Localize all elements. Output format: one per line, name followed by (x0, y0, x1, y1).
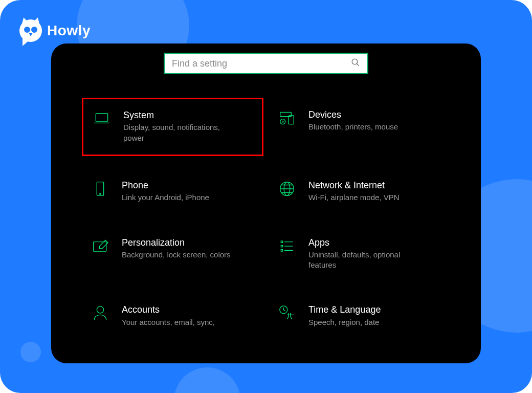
svg-rect-13 (281, 245, 282, 247)
search-icon (351, 58, 360, 69)
tile-title: Network & Internet (308, 180, 400, 191)
person-icon (90, 303, 110, 323)
tile-title: Devices (308, 109, 398, 121)
settings-tile-phone[interactable]: Phone Link your Android, iPhone (82, 174, 263, 207)
svg-rect-12 (281, 241, 282, 243)
settings-tile-apps[interactable]: Apps Uninstall, defaults, optional featu… (269, 232, 450, 275)
globe-icon (277, 179, 297, 199)
time-lang-icon (277, 303, 297, 323)
svg-point-0 (352, 59, 358, 64)
bg-blob (174, 367, 240, 393)
list-icon (277, 236, 297, 256)
settings-tile-network[interactable]: Network & Internet Wi-Fi, airplane mode,… (269, 174, 450, 207)
tile-title: Personalization (122, 237, 231, 249)
settings-grid: System Display, sound, notifications, po… (82, 74, 450, 332)
tile-title: System (123, 110, 241, 121)
tile-desc: Uninstall, defaults, optional features (308, 250, 426, 271)
phone-icon (90, 179, 110, 199)
settings-tile-time-language[interactable]: Time & Language Speech, region, date (269, 299, 450, 332)
settings-tile-devices[interactable]: Devices Bluetooth, printers, mouse (269, 104, 450, 150)
svg-rect-4 (289, 116, 294, 124)
tile-desc: Display, sound, notifications, power (123, 122, 241, 143)
svg-rect-2 (96, 114, 107, 121)
tile-desc: Your accounts, email, sync, (122, 317, 215, 328)
tile-desc: Background, lock screen, colors (122, 250, 231, 260)
svg-point-8 (100, 193, 101, 195)
settings-tile-personalization[interactable]: Personalization Background, lock screen,… (82, 232, 263, 275)
tile-title: Time & Language (308, 304, 381, 316)
settings-tile-accounts[interactable]: Accounts Your accounts, email, sync, (82, 299, 263, 332)
svg-point-5 (280, 119, 285, 124)
svg-point-6 (282, 121, 283, 122)
tile-desc: Bluetooth, printers, mouse (308, 122, 398, 132)
svg-rect-14 (281, 249, 282, 251)
settings-tile-system[interactable]: System Display, sound, notifications, po… (82, 98, 263, 156)
settings-window: System Display, sound, notifications, po… (51, 43, 481, 363)
tile-desc: Wi-Fi, airplane mode, VPN (308, 192, 400, 203)
tile-desc: Link your Android, iPhone (122, 192, 209, 203)
brand-name: Howly (47, 23, 91, 39)
svg-line-1 (357, 63, 359, 66)
svg-point-15 (97, 307, 103, 313)
tile-title: Accounts (122, 304, 215, 316)
bg-blob (20, 342, 41, 362)
search-box[interactable] (164, 53, 368, 74)
brand-logo: Howly (19, 19, 91, 42)
laptop-icon (92, 108, 112, 129)
page-background: Howly System Display, sound, notificatio… (0, 0, 532, 393)
devices-icon (277, 108, 297, 128)
tile-desc: Speech, region, date (308, 317, 381, 328)
pen-icon (90, 236, 110, 256)
owl-icon (19, 19, 42, 42)
search-input[interactable] (172, 58, 351, 69)
tile-title: Phone (122, 180, 209, 191)
tile-title: Apps (308, 237, 426, 249)
